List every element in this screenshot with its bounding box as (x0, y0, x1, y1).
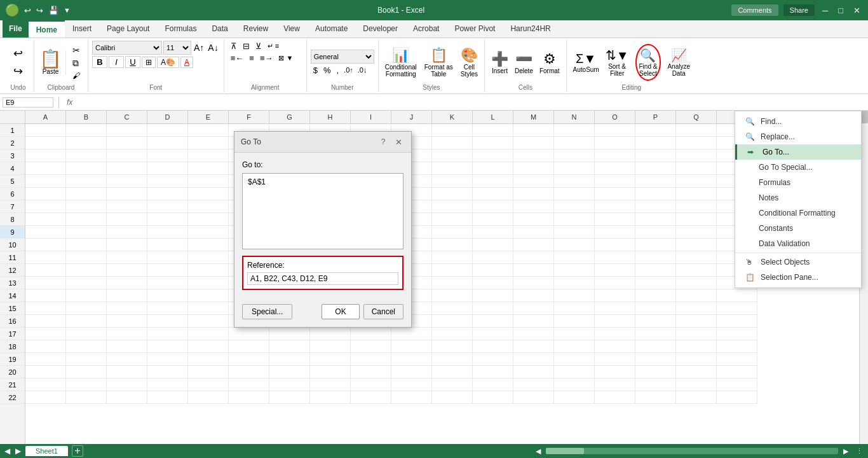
row-num-1[interactable]: 1 (0, 124, 25, 137)
comma-button[interactable]: , (334, 65, 341, 76)
grid-cell[interactable] (25, 366, 66, 378)
row-num-18[interactable]: 18 (0, 340, 25, 353)
grid-cell[interactable] (595, 289, 635, 302)
grid-cell[interactable] (432, 251, 473, 264)
undo-button[interactable]: ↩ (10, 45, 27, 62)
grid-cell[interactable] (676, 277, 717, 289)
grid-cell[interactable] (391, 340, 432, 353)
grid-cell[interactable] (107, 175, 147, 188)
align-middle-button[interactable]: ⊟ (240, 41, 252, 52)
grid-cell[interactable] (595, 137, 635, 149)
grid-cell[interactable] (66, 213, 107, 226)
grid-cell[interactable] (513, 149, 554, 162)
grid-cell[interactable] (676, 124, 717, 137)
grid-cell[interactable] (147, 251, 188, 264)
tab-insert[interactable]: Insert (65, 20, 99, 38)
grid-cell[interactable] (473, 391, 513, 404)
grid-cell[interactable] (147, 277, 188, 289)
grid-cell[interactable] (554, 328, 595, 340)
grid-cell[interactable] (147, 226, 188, 239)
grid-cell[interactable] (432, 289, 473, 302)
grid-cell[interactable] (513, 328, 554, 340)
grid-cell[interactable] (473, 378, 513, 391)
grid-cell[interactable] (676, 302, 717, 315)
fill-color-button[interactable]: A🎨 (157, 57, 179, 68)
grid-cell[interactable] (676, 251, 717, 264)
grid-cell[interactable] (25, 124, 66, 137)
font-name-select[interactable]: Calibri (92, 41, 162, 55)
grid-cell[interactable] (25, 340, 66, 353)
grid-cell[interactable] (635, 328, 676, 340)
conditional-formatting-menu-item[interactable]: Conditional Formatting (735, 205, 861, 221)
conditional-formatting-button[interactable]: 📊 ConditionalFormatting (383, 45, 419, 80)
grid-cell[interactable] (66, 315, 107, 328)
grid-cell[interactable] (147, 353, 188, 366)
special-button[interactable]: Special... (242, 304, 292, 319)
grid-cell[interactable] (635, 251, 676, 264)
grid-cell[interactable] (107, 315, 147, 328)
col-header-j[interactable]: J (391, 111, 432, 123)
paste-button[interactable]: 📋 (39, 50, 62, 68)
grid-cell[interactable] (554, 200, 595, 213)
grid-cell[interactable] (595, 340, 635, 353)
grid-cell[interactable] (188, 328, 229, 340)
grid-cell[interactable] (595, 353, 635, 366)
grid-cell[interactable] (473, 200, 513, 213)
grid-cell[interactable] (107, 366, 147, 378)
grid-cell[interactable] (188, 226, 229, 239)
row-num-9[interactable]: 9 (0, 226, 25, 239)
grid-cell[interactable] (595, 277, 635, 289)
grid-cell[interactable] (66, 353, 107, 366)
grid-cell[interactable] (107, 302, 147, 315)
grid-cell[interactable] (676, 200, 717, 213)
col-header-f[interactable]: F (229, 111, 269, 123)
grid-cell[interactable] (676, 175, 717, 188)
grid-cell[interactable] (66, 124, 107, 137)
grid-cell[interactable] (635, 302, 676, 315)
formula-input[interactable] (78, 99, 865, 106)
grid-cell[interactable] (635, 200, 676, 213)
grid-cell[interactable] (595, 302, 635, 315)
grid-cell[interactable] (432, 328, 473, 340)
grid-cell[interactable] (554, 315, 595, 328)
row-num-22[interactable]: 22 (0, 391, 25, 404)
grid-cell[interactable] (473, 137, 513, 149)
grid-cell[interactable] (310, 353, 351, 366)
grid-cell[interactable] (229, 378, 269, 391)
grid-cell[interactable] (676, 213, 717, 226)
grid-cell[interactable] (595, 239, 635, 251)
row-num-8[interactable]: 8 (0, 213, 25, 226)
percent-button[interactable]: % (321, 65, 334, 76)
grid-cell[interactable] (229, 340, 269, 353)
grid-cell[interactable] (66, 264, 107, 277)
goto-list[interactable]: $A$1 (242, 173, 403, 249)
tab-developer[interactable]: Developer (355, 20, 405, 38)
grid-cell[interactable] (473, 277, 513, 289)
decrease-font-button[interactable]: A↓ (207, 43, 219, 53)
grid-cell[interactable] (188, 137, 229, 149)
col-header-k[interactable]: K (432, 111, 473, 123)
grid-cell[interactable] (269, 391, 310, 404)
grid-cell[interactable] (188, 378, 229, 391)
grid-cell[interactable] (188, 264, 229, 277)
grid-cell[interactable] (554, 213, 595, 226)
grid-cell[interactable] (554, 239, 595, 251)
grid-cell[interactable] (66, 188, 107, 200)
dialog-help-button[interactable]: ? (377, 135, 390, 148)
notes-menu-item[interactable]: Notes (735, 190, 861, 205)
row-num-3[interactable]: 3 (0, 149, 25, 162)
row-num-14[interactable]: 14 (0, 289, 25, 302)
grid-cell[interactable] (595, 226, 635, 239)
font-color-button[interactable]: A (180, 57, 193, 68)
grid-cell[interactable] (554, 124, 595, 137)
grid-cell[interactable] (107, 188, 147, 200)
grid-cell[interactable] (676, 353, 717, 366)
grid-cell[interactable] (310, 366, 351, 378)
grid-cell[interactable] (25, 391, 66, 404)
grid-cell[interactable] (391, 353, 432, 366)
tab-review[interactable]: Review (236, 20, 276, 38)
grid-cell[interactable] (25, 251, 66, 264)
grid-cell[interactable] (595, 251, 635, 264)
accounting-button[interactable]: $ (311, 65, 320, 76)
align-right-button[interactable]: ≡→ (257, 53, 276, 64)
